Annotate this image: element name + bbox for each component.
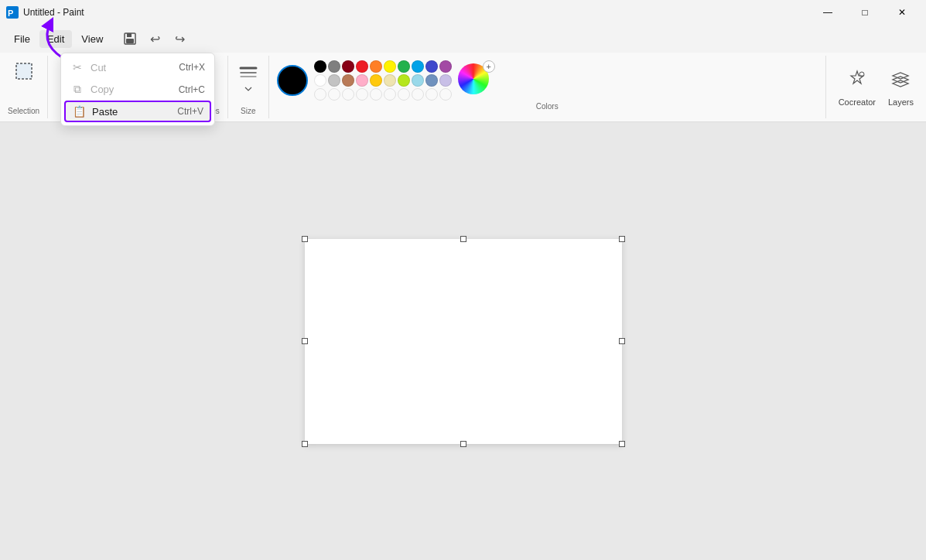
handle-top-left[interactable] bbox=[302, 236, 308, 242]
handle-top-middle[interactable] bbox=[460, 236, 466, 242]
menu-cut[interactable]: ✂ Cut Ctrl+X bbox=[61, 56, 214, 78]
maximize-button[interactable]: □ bbox=[847, 0, 883, 25]
cocreator-icon bbox=[846, 68, 868, 94]
selection-label: Selection bbox=[8, 107, 39, 115]
handle-bottom-middle[interactable] bbox=[460, 441, 466, 447]
edit-dropdown-menu: ✂ Cut Ctrl+X ⧉ Copy Ctrl+C 📋 Paste Ctrl+… bbox=[60, 53, 215, 126]
layers-tool[interactable]: Layers bbox=[888, 68, 914, 107]
colors-label: Colors bbox=[277, 102, 818, 111]
undo-button[interactable]: ↩ bbox=[143, 27, 166, 50]
right-tools: Cocreator Layers bbox=[826, 56, 926, 118]
cut-icon: ✂ bbox=[70, 61, 84, 73]
color-swatch-empty-9[interactable] bbox=[425, 88, 438, 101]
color-swatch-red[interactable] bbox=[356, 60, 368, 73]
color-swatch-lime[interactable] bbox=[398, 74, 410, 87]
color-swatch-pink[interactable] bbox=[356, 74, 368, 87]
selection-section: Selection bbox=[0, 56, 48, 118]
handle-bottom-right[interactable] bbox=[619, 441, 625, 447]
color-swatch-lavender[interactable] bbox=[439, 74, 452, 87]
canvas-document[interactable] bbox=[305, 239, 622, 444]
color-swatch-green[interactable] bbox=[398, 60, 410, 73]
menu-paste[interactable]: 📋 Paste Ctrl+V bbox=[64, 101, 211, 122]
copy-label: Copy bbox=[91, 84, 114, 95]
color-swatch-empty-7[interactable] bbox=[398, 88, 410, 101]
save-button[interactable] bbox=[118, 27, 142, 50]
color-swatch-empty-8[interactable] bbox=[412, 88, 424, 101]
color-swatch-empty-5[interactable] bbox=[370, 88, 382, 101]
colors-section: + Colors bbox=[269, 56, 826, 118]
handle-middle-right[interactable] bbox=[619, 338, 625, 344]
color-swatch-empty-2[interactable] bbox=[328, 88, 340, 101]
color-swatch-empty-6[interactable] bbox=[384, 88, 396, 101]
size-tool[interactable] bbox=[236, 59, 261, 84]
color-swatch-empty-1[interactable] bbox=[314, 88, 326, 101]
svg-rect-4 bbox=[126, 39, 134, 43]
handle-bottom-left[interactable] bbox=[302, 441, 308, 447]
color-swatch-cream[interactable] bbox=[384, 74, 396, 87]
color-swatch-gray[interactable] bbox=[328, 60, 340, 73]
color-swatch-brown[interactable] bbox=[342, 74, 354, 87]
cocreator-label: Cocreator bbox=[839, 97, 876, 107]
size-section: Size bbox=[228, 56, 269, 118]
cocreator-tool[interactable]: Cocreator bbox=[839, 68, 876, 107]
selection-tool[interactable] bbox=[12, 59, 36, 84]
color-swatch-gold[interactable] bbox=[370, 74, 382, 87]
copy-icon: ⧉ bbox=[70, 83, 84, 96]
title-bar: P Untitled - Paint — □ ✕ bbox=[0, 0, 926, 25]
layers-icon bbox=[890, 68, 911, 94]
menu-file[interactable]: File bbox=[6, 30, 38, 48]
color-swatch-empty-10[interactable] bbox=[439, 88, 452, 101]
color-swatch-empty-4[interactable] bbox=[356, 88, 368, 101]
close-button[interactable]: ✕ bbox=[884, 0, 920, 25]
menu-edit[interactable]: Edit bbox=[39, 30, 72, 48]
menu-bar: File Edit View ↩ ↪ bbox=[0, 25, 926, 53]
color-wheel-button[interactable]: + bbox=[458, 63, 492, 97]
color-swatch-lightcyan[interactable] bbox=[412, 74, 424, 87]
color-swatch-orange[interactable] bbox=[370, 60, 382, 73]
color-swatch-cornflower[interactable] bbox=[425, 74, 438, 87]
paste-shortcut: Ctrl+V bbox=[177, 106, 203, 117]
window-title: Untitled - Paint bbox=[23, 7, 84, 18]
minimize-button[interactable]: — bbox=[810, 0, 846, 25]
color-swatch-white[interactable] bbox=[314, 74, 326, 87]
svg-rect-6 bbox=[16, 63, 32, 79]
size-dropdown[interactable] bbox=[244, 87, 252, 91]
paste-icon: 📋 bbox=[72, 105, 86, 118]
redo-button[interactable]: ↪ bbox=[168, 27, 191, 50]
color-swatch-lightgray[interactable] bbox=[328, 74, 340, 87]
svg-rect-3 bbox=[127, 33, 132, 37]
active-color[interactable] bbox=[277, 65, 308, 96]
cut-shortcut: Ctrl+X bbox=[179, 62, 205, 73]
color-swatch-darkred[interactable] bbox=[342, 60, 354, 73]
handle-middle-left[interactable] bbox=[302, 338, 308, 344]
handle-top-right[interactable] bbox=[619, 236, 625, 242]
size-label: Size bbox=[241, 107, 255, 115]
app-icon: P bbox=[6, 6, 19, 19]
menu-copy[interactable]: ⧉ Copy Ctrl+C bbox=[61, 78, 214, 101]
color-swatch-black[interactable] bbox=[314, 60, 326, 73]
copy-shortcut: Ctrl+C bbox=[179, 84, 205, 95]
color-swatch-blue[interactable] bbox=[425, 60, 438, 73]
color-swatch-purple[interactable] bbox=[439, 60, 452, 73]
window-controls: — □ ✕ bbox=[810, 0, 920, 25]
menu-view[interactable]: View bbox=[73, 30, 111, 48]
layers-label: Layers bbox=[888, 97, 914, 107]
color-picker-area: + bbox=[458, 63, 492, 97]
color-swatch-yellow[interactable] bbox=[384, 60, 396, 73]
svg-text:P: P bbox=[8, 9, 13, 18]
cut-label: Cut bbox=[91, 62, 106, 73]
color-swatch-cyan[interactable] bbox=[412, 60, 424, 73]
color-palette bbox=[314, 60, 452, 101]
paste-label: Paste bbox=[92, 106, 118, 118]
color-swatch-empty-3[interactable] bbox=[342, 88, 354, 101]
canvas-area bbox=[0, 122, 926, 560]
